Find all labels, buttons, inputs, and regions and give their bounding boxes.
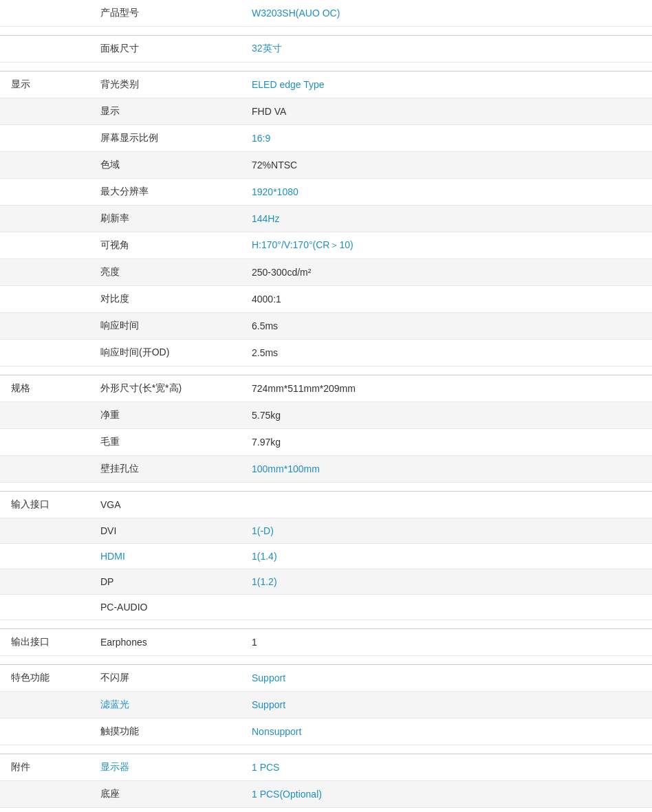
table-row: 壁挂孔位 100mm*100mm	[0, 456, 652, 483]
spec-label: 最大分辨率	[100, 186, 149, 197]
table-row: 屏幕显示比例 16:9	[0, 125, 652, 152]
value-cell: 6.5ms	[241, 313, 652, 340]
category-cell	[0, 595, 89, 620]
spec-label: 对比度	[100, 293, 129, 304]
spec-label: 色域	[100, 159, 120, 170]
category-cell	[0, 781, 89, 808]
spec-label: 刷新率	[100, 212, 129, 223]
category-cell	[0, 518, 89, 544]
label-cell: 毛重	[89, 429, 241, 456]
label-cell: 显示器	[89, 754, 241, 781]
spec-value: 1(1.2)	[252, 576, 277, 587]
table-row: HDMI 1(1.4)	[0, 544, 652, 569]
category-cell: 显示	[0, 72, 89, 98]
value-cell	[241, 492, 652, 518]
table-row: DVI 1(-D)	[0, 518, 652, 544]
spec-value: 16:9	[252, 133, 270, 144]
table-row: DP 1(1.2)	[0, 569, 652, 595]
spec-label: 显示器	[100, 761, 129, 772]
category-cell	[0, 232, 89, 259]
section-spacer	[0, 656, 652, 665]
spec-table: 产品型号 W3203SH(AUO OC) 面板尺寸 32英寸 显示 背光类别 E…	[0, 0, 652, 812]
table-row: 响应时间 6.5ms	[0, 313, 652, 340]
category-cell	[0, 718, 89, 745]
label-cell: 响应时间	[89, 313, 241, 340]
spec-value: 100mm*100mm	[252, 463, 320, 474]
spec-label: 触摸功能	[100, 725, 139, 736]
spec-value: W3203SH(AUO OC)	[252, 8, 340, 19]
value-cell: 1 PCS(HDMI Cable)	[241, 808, 652, 813]
category-cell	[0, 98, 89, 125]
table-row: 色域 72%NTSC	[0, 152, 652, 179]
value-cell	[241, 595, 652, 620]
category-cell: 特色功能	[0, 665, 89, 692]
table-row: 毛重 7.97kg	[0, 429, 652, 456]
spec-label: 响应时间	[100, 320, 139, 331]
spec-value: Support	[252, 672, 285, 683]
spec-value: FHD VA	[252, 106, 286, 117]
table-row: 响应时间(开OD) 2.5ms	[0, 340, 652, 366]
category-cell	[0, 313, 89, 340]
category-label: 规格	[11, 382, 30, 393]
table-row: 产品型号 W3203SH(AUO OC)	[0, 0, 652, 27]
category-cell	[0, 152, 89, 179]
category-cell	[0, 259, 89, 286]
value-cell: 5.75kg	[241, 402, 652, 429]
spec-label: DVI	[100, 525, 116, 536]
label-cell: 亮度	[89, 259, 241, 286]
value-cell: 7.97kg	[241, 429, 652, 456]
table-row: 底座 1 PCS(Optional)	[0, 781, 652, 808]
label-cell: DP	[89, 569, 241, 595]
spec-label: 可视角	[100, 239, 129, 250]
category-label: 特色功能	[11, 672, 50, 683]
value-cell: 724mm*511mm*209mm	[241, 375, 652, 402]
label-cell: 外形尺寸(长*宽*高)	[89, 375, 241, 402]
value-cell: 2.5ms	[241, 340, 652, 366]
label-cell: Earphones	[89, 629, 241, 656]
spec-label: 屏幕显示比例	[100, 132, 158, 143]
category-cell	[0, 456, 89, 483]
category-cell	[0, 429, 89, 456]
spec-value: Support	[252, 699, 285, 710]
table-row: 显示 FHD VA	[0, 98, 652, 125]
spec-value: 1 PCS	[252, 762, 279, 773]
spec-label: 响应时间(开OD)	[100, 347, 169, 358]
spec-value: 7.97kg	[252, 437, 281, 448]
table-row: 特色功能 不闪屏 Support	[0, 665, 652, 692]
category-label: 输入接口	[11, 498, 50, 509]
category-cell	[0, 0, 89, 27]
value-cell: Nonsupport	[241, 718, 652, 745]
label-cell: PC-AUDIO	[89, 595, 241, 620]
spec-label: 净重	[100, 409, 120, 420]
spec-value: 144Hz	[252, 213, 279, 224]
category-label: 附件	[11, 761, 30, 772]
spec-label: 亮度	[100, 266, 120, 277]
table-row: 亮度 250-300cd/m²	[0, 259, 652, 286]
spec-value: 250-300cd/m²	[252, 267, 311, 278]
value-cell: 32英寸	[241, 36, 652, 63]
category-cell: 附件	[0, 754, 89, 781]
table-row: 刷新率 144Hz	[0, 206, 652, 232]
spec-value: ELED edge Type	[252, 79, 325, 90]
section-spacer	[0, 63, 652, 72]
table-row: 最大分辨率 1920*1080	[0, 179, 652, 206]
table-row: 触摸功能 Nonsupport	[0, 718, 652, 745]
label-cell: 屏幕显示比例	[89, 125, 241, 152]
label-cell: 对比度	[89, 286, 241, 313]
table-row: 可视角 H:170°/V:170°(CR＞10)	[0, 232, 652, 259]
spec-value: Nonsupport	[252, 726, 301, 737]
label-cell: 背光类别	[89, 72, 241, 98]
spec-label: 面板尺寸	[100, 43, 139, 54]
table-row: 输入接口 VGA	[0, 492, 652, 518]
label-cell: 产品型号	[89, 0, 241, 27]
spec-label: HDMI	[100, 551, 125, 562]
category-label: 输出接口	[11, 636, 50, 647]
value-cell: 72%NTSC	[241, 152, 652, 179]
category-cell	[0, 179, 89, 206]
spec-value: 5.75kg	[252, 410, 281, 421]
table-row: 净重 5.75kg	[0, 402, 652, 429]
spec-label: 毛重	[100, 436, 120, 447]
label-cell: 可视角	[89, 232, 241, 259]
value-cell: ELED edge Type	[241, 72, 652, 98]
value-cell: 100mm*100mm	[241, 456, 652, 483]
